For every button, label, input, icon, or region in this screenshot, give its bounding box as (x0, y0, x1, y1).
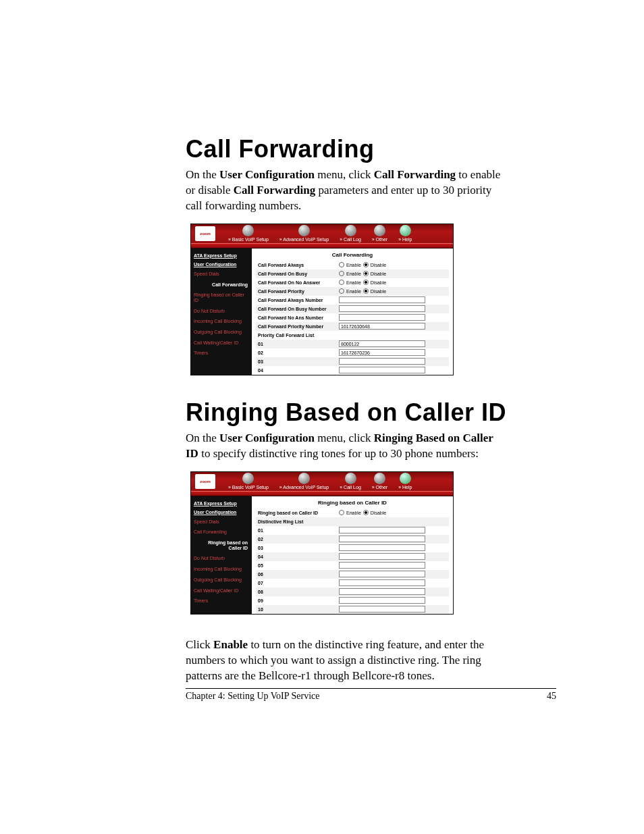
nav-tab[interactable]: » Call Log (335, 473, 366, 491)
tab-label: » Help (398, 237, 412, 242)
sidebar-item[interactable]: Ringing based on Caller ID (191, 290, 252, 305)
list-input[interactable] (339, 571, 425, 577)
tab-label: » Advanced VoIP Setup (279, 485, 329, 490)
heading-ringing: Ringing Based on Caller ID (186, 398, 556, 427)
sidebar-item[interactable]: Incoming Call Blocking (191, 564, 252, 575)
tab-label: » Other (372, 237, 387, 242)
radio-disable[interactable] (363, 271, 369, 276)
list-input[interactable] (339, 358, 425, 365)
sidebar-item[interactable]: Call Waiting/Caller ID (191, 585, 252, 596)
list-input[interactable] (339, 579, 425, 586)
sidebar-item[interactable]: Speed Dials (191, 517, 252, 527)
list-input[interactable] (339, 588, 425, 595)
radio-label: Disable (371, 289, 386, 294)
sidebar-header[interactable]: ATA Express Setup (191, 251, 252, 260)
list-index: 01 (256, 527, 339, 534)
nav-tab[interactable]: » Other (367, 473, 392, 491)
sidebar-item[interactable]: Call Forwarding (191, 280, 252, 290)
paragraph: On the User Configuration menu, click Ca… (186, 167, 503, 214)
radio-enable[interactable] (339, 280, 344, 285)
sidebar-item[interactable]: Do Not Disturb (191, 306, 252, 317)
text-bold: Call Forwarding (234, 184, 315, 197)
paragraph: Click Enable to turn on the distinctive … (186, 637, 503, 684)
sidebar-item[interactable]: Outgoing Call Blocking (191, 327, 252, 338)
sidebar-item[interactable]: Outgoing Call Blocking (191, 575, 252, 585)
field-label: Call Forward Always Number (256, 296, 339, 304)
form-row: 06 (256, 570, 449, 579)
field-label: Call Forward No Ans Number (256, 314, 339, 321)
panel-title: Ringing based on Caller ID (252, 496, 453, 509)
field-label: Call Forward Always (256, 261, 339, 269)
list-index: 02 (256, 349, 339, 357)
tab-icon (298, 225, 310, 236)
radio-enable[interactable] (339, 510, 344, 515)
form-row: Call Forward On No AnswerEnableDisable (256, 278, 449, 287)
form-row: 02 (256, 348, 449, 357)
sidebar-item[interactable]: Timers (191, 596, 252, 606)
radio-label: Disable (371, 271, 386, 276)
text-input[interactable] (339, 296, 425, 303)
radio-enable[interactable] (339, 262, 344, 267)
logo: zoom (195, 474, 215, 489)
tab-label: » Advanced VoIP Setup (279, 237, 329, 242)
list-index: 02 (256, 536, 339, 543)
radio-label: Enable (346, 263, 361, 267)
nav-tab[interactable]: » Basic VoIP Setup (223, 473, 273, 491)
sidebar-item[interactable]: Call Forwarding (191, 527, 252, 538)
form-row: 04 (256, 366, 449, 375)
sidebar-header[interactable]: User Configuration (191, 508, 252, 517)
sidebar-item[interactable]: Speed Dials (191, 269, 252, 280)
radio-disable[interactable] (363, 510, 369, 515)
text-input[interactable] (339, 323, 425, 330)
nav-tab[interactable]: » Help (394, 225, 417, 243)
list-input[interactable] (339, 349, 425, 356)
form-row: 10 (256, 605, 449, 614)
tab-label: » Other (372, 485, 387, 490)
list-input[interactable] (339, 597, 425, 604)
list-input[interactable] (339, 340, 425, 347)
nav-tab[interactable]: » Advanced VoIP Setup (275, 473, 333, 491)
nav-tab[interactable]: » Call Log (335, 225, 366, 243)
sidebar-item[interactable]: Do Not Disturb (191, 553, 252, 564)
list-index: 07 (256, 579, 339, 587)
list-header: Distinctive Ring List (256, 518, 339, 525)
list-input[interactable] (339, 527, 425, 533)
field-label: Call Forward On No Answer (256, 279, 339, 286)
form-row: Call Forward AlwaysEnableDisable (256, 261, 449, 269)
form-row: Call Forward No Ans Number (256, 313, 449, 322)
tab-icon (374, 473, 385, 484)
field-label: Call Forward Priority (256, 288, 339, 295)
sidebar-header[interactable]: ATA Express Setup (191, 499, 252, 508)
sidebar-item[interactable]: Incoming Call Blocking (191, 316, 252, 327)
sidebar-item[interactable]: Call Waiting/Caller ID (191, 338, 252, 348)
radio-disable[interactable] (363, 262, 369, 267)
tab-icon (298, 473, 310, 484)
radio-disable[interactable] (363, 280, 369, 285)
radio-enable[interactable] (339, 288, 344, 294)
nav-tab[interactable]: » Other (367, 225, 392, 243)
nav-tab[interactable]: » Basic VoIP Setup (223, 225, 273, 243)
nav-tab[interactable]: » Advanced VoIP Setup (275, 225, 333, 243)
nav-tab[interactable]: » Help (394, 473, 417, 491)
sidebar-header[interactable]: User Configuration (191, 260, 252, 269)
list-input[interactable] (339, 544, 425, 551)
text-bold: User Configuration (219, 432, 315, 444)
list-input[interactable] (339, 367, 425, 373)
radio-label: Disable (371, 280, 386, 285)
list-input[interactable] (339, 553, 425, 560)
text-input[interactable] (339, 305, 425, 312)
sidebar-item[interactable]: Timers (191, 348, 252, 359)
form-row: Call Forward Priority Number (256, 322, 449, 331)
text-input[interactable] (339, 314, 425, 321)
radio-disable[interactable] (363, 288, 369, 294)
tab-label: » Help (398, 485, 412, 490)
list-input[interactable] (339, 562, 425, 569)
sidebar-item[interactable]: Ringing based on Caller ID (191, 538, 252, 553)
list-input[interactable] (339, 536, 425, 542)
text: On the (186, 168, 219, 181)
panel-title: Call Forwarding (252, 249, 453, 261)
page-footer: Chapter 4: Setting Up VoIP Service 45 (186, 688, 556, 702)
radio-enable[interactable] (339, 271, 344, 276)
form-row: Priority Call Forward List (256, 331, 449, 340)
list-input[interactable] (339, 606, 425, 613)
